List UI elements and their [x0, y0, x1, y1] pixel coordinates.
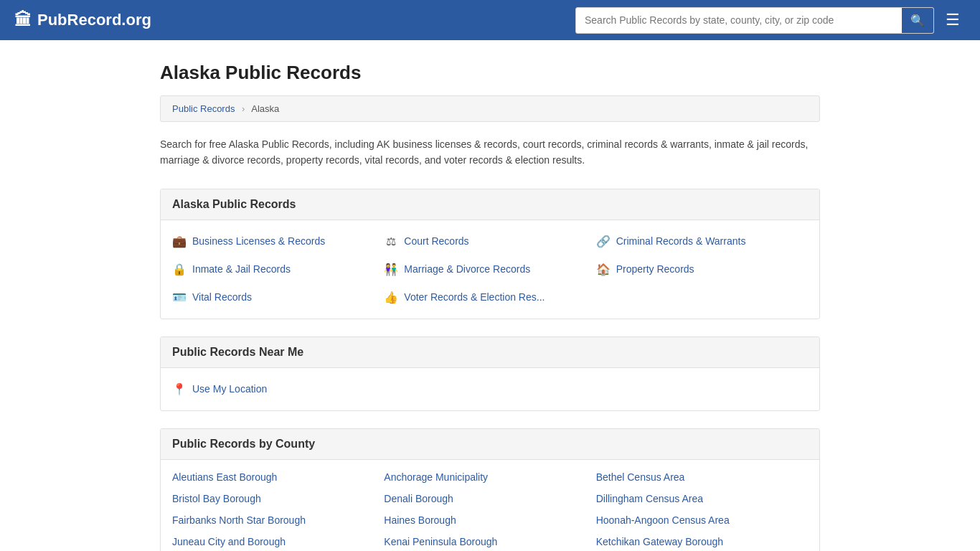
use-my-location-link[interactable]: 📍 Use My Location: [172, 380, 808, 399]
near-me-link-label: Use My Location: [192, 383, 267, 395]
county-grid: Aleutians East BoroughAnchorage Municipa…: [172, 471, 808, 551]
county-section: Public Records by County Aleutians East …: [160, 428, 820, 551]
location-icon: 📍: [172, 382, 187, 396]
record-link-3[interactable]: 🔒Inmate & Jail Records: [172, 260, 384, 279]
record-link-2[interactable]: 🔗Criminal Records & Warrants: [596, 232, 808, 251]
records-grid: 💼Business Licenses & Records⚖Court Recor…: [172, 232, 808, 307]
record-label-2: Criminal Records & Warrants: [616, 235, 746, 247]
county-link-8[interactable]: Hoonah-Angoon Census Area: [596, 514, 808, 526]
record-icon-1: ⚖: [384, 235, 398, 248]
county-link-4[interactable]: Denali Borough: [384, 493, 595, 504]
record-icon-6: 🪪: [172, 291, 187, 304]
county-body: Aleutians East BoroughAnchorage Municipa…: [161, 460, 819, 551]
county-link-5[interactable]: Dillingham Census Area: [596, 493, 808, 504]
record-label-7: Voter Records & Election Res...: [404, 291, 545, 303]
page-title: Alaska Public Records: [160, 62, 820, 84]
record-link-0[interactable]: 💼Business Licenses & Records: [172, 232, 384, 251]
county-link-3[interactable]: Bristol Bay Borough: [172, 493, 384, 504]
record-link-1[interactable]: ⚖Court Records: [384, 232, 595, 251]
menu-button[interactable]: ☰: [940, 9, 966, 31]
alaska-records-body: 💼Business Licenses & Records⚖Court Recor…: [161, 220, 819, 319]
record-link-4[interactable]: 👫Marriage & Divorce Records: [384, 260, 595, 279]
record-label-6: Vital Records: [192, 291, 252, 303]
site-header: 🏛 PubRecord.org 🔍 ☰: [0, 0, 980, 40]
breadcrumb: Public Records › Alaska: [160, 95, 820, 122]
near-me-section: Public Records Near Me 📍 Use My Location: [160, 336, 820, 411]
record-label-5: Property Records: [616, 263, 694, 275]
logo-text: PubRecord.org: [37, 11, 151, 29]
search-icon: 🔍: [910, 14, 925, 27]
record-link-7[interactable]: 👍Voter Records & Election Res...: [384, 288, 595, 307]
county-link-11[interactable]: Ketchikan Gateway Borough: [596, 536, 808, 547]
county-link-7[interactable]: Haines Borough: [384, 514, 595, 526]
record-icon-5: 🏠: [596, 263, 611, 276]
alaska-records-section: Alaska Public Records 💼Business Licenses…: [160, 189, 820, 319]
county-link-2[interactable]: Bethel Census Area: [596, 471, 808, 483]
breadcrumb-separator: ›: [242, 103, 245, 114]
record-link-6[interactable]: 🪪Vital Records: [172, 288, 384, 307]
alaska-records-heading: Alaska Public Records: [161, 189, 819, 220]
record-icon-2: 🔗: [596, 235, 611, 248]
county-link-0[interactable]: Aleutians East Borough: [172, 471, 384, 483]
record-icon-0: 💼: [172, 235, 187, 248]
logo-icon: 🏛: [14, 10, 32, 30]
record-icon-7: 👍: [384, 291, 398, 304]
breadcrumb-parent-link[interactable]: Public Records: [172, 103, 235, 114]
record-label-3: Inmate & Jail Records: [192, 263, 291, 275]
county-link-9[interactable]: Juneau City and Borough: [172, 536, 384, 547]
header-right: 🔍 ☰: [575, 7, 966, 34]
site-logo[interactable]: 🏛 PubRecord.org: [14, 10, 151, 30]
record-icon-3: 🔒: [172, 263, 187, 276]
menu-icon: ☰: [946, 11, 960, 29]
search-input[interactable]: [576, 9, 902, 32]
near-me-heading: Public Records Near Me: [161, 337, 819, 368]
search-bar: 🔍: [575, 7, 934, 34]
county-link-10[interactable]: Kenai Peninsula Borough: [384, 536, 595, 547]
page-description: Search for free Alaska Public Records, i…: [160, 136, 820, 169]
breadcrumb-current: Alaska: [251, 103, 279, 114]
near-me-body: 📍 Use My Location: [161, 368, 819, 410]
county-link-6[interactable]: Fairbanks North Star Borough: [172, 514, 384, 526]
record-link-5[interactable]: 🏠Property Records: [596, 260, 808, 279]
county-link-1[interactable]: Anchorage Municipality: [384, 471, 595, 483]
record-icon-4: 👫: [384, 263, 398, 276]
record-label-0: Business Licenses & Records: [192, 235, 325, 247]
record-label-1: Court Records: [404, 235, 468, 247]
main-content: Alaska Public Records Public Records › A…: [146, 62, 834, 551]
search-button[interactable]: 🔍: [902, 8, 933, 33]
county-heading: Public Records by County: [161, 429, 819, 460]
record-label-4: Marriage & Divorce Records: [404, 263, 530, 275]
